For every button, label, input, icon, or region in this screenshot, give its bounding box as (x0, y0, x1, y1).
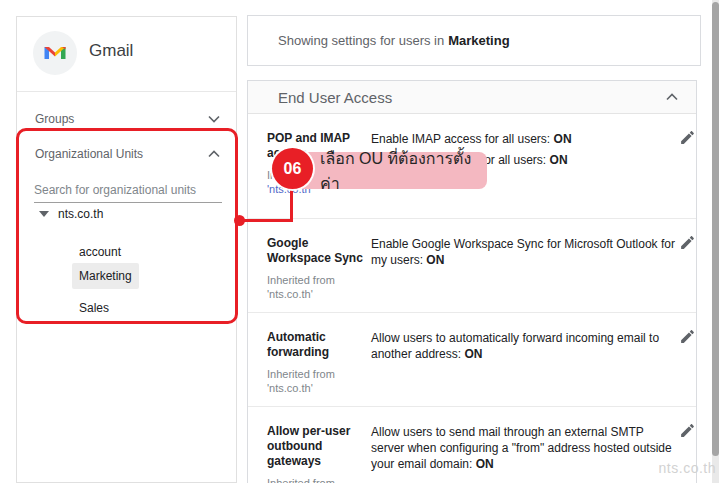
edit-button[interactable] (676, 234, 698, 256)
app-title: Gmail (89, 41, 133, 61)
pencil-icon (679, 129, 696, 146)
triangle-down-icon (39, 211, 49, 217)
inherited-from-note: Inherited from 'nts.co.th' (267, 367, 371, 395)
setting-row-automatic-forwarding: Automatic forwarding Inherited from 'nts… (248, 313, 696, 407)
setting-row-outbound-gateways: Allow per-user outbound gateways Inherit… (248, 407, 696, 483)
tree-node-sales[interactable]: Sales (72, 295, 116, 321)
inherited-prefix: Inherited from (267, 477, 335, 483)
inherited-prefix: Inherited from (267, 274, 335, 286)
vertical-scrollbar-track[interactable] (712, 0, 719, 483)
pencil-icon (679, 328, 696, 345)
chevron-up-icon (666, 93, 678, 101)
sidebar-item-groups[interactable]: Groups (17, 105, 236, 133)
inherited-from-note: Inherited from 'nts.co.th' (267, 273, 371, 301)
annotation-connector-line-vertical (290, 187, 293, 222)
callout-text: เลือก OU ที่ต้องการตั้งค่า (320, 146, 487, 196)
end-user-access-card: End User Access POP and IMAP access Inhe… (247, 80, 697, 483)
settings-scope-banner: Showing settings for users in Marketing (247, 15, 701, 66)
scope-org-name: Marketing (448, 33, 509, 48)
setting-row-workspace-sync: Google Workspace Sync Inherited from 'nt… (248, 219, 696, 313)
inherited-org: 'nts.co.th' (267, 287, 371, 301)
org-units-label: Organizational Units (35, 147, 208, 161)
setting-label: Automatic forwarding (267, 330, 367, 360)
settings-sidebar: Gmail Groups Organizational Units nts.co… (16, 16, 237, 483)
setting-value: ON (476, 457, 494, 471)
groups-label: Groups (35, 112, 208, 126)
setting-description: Allow users to send mail through an exte… (371, 424, 676, 483)
gmail-m-icon (42, 44, 68, 62)
org-unit-search-input[interactable] (34, 177, 222, 203)
chevron-up-icon (208, 150, 220, 158)
tree-node-marketing-selected[interactable]: Marketing (72, 263, 139, 289)
setting-value: ON (426, 253, 444, 267)
setting-label: Google Workspace Sync (267, 236, 367, 266)
edit-button[interactable] (676, 328, 698, 350)
section-header-end-user-access[interactable]: End User Access (248, 81, 696, 114)
setting-description: Enable Google Workspace Sync for Microso… (371, 236, 676, 312)
inherited-from-note: Inherited from 'nts.co.th' (267, 476, 371, 483)
section-title: End User Access (278, 89, 666, 106)
tree-node-account[interactable]: account (72, 239, 128, 265)
setting-label: Allow per-user outbound gateways (267, 424, 367, 469)
chevron-down-icon (208, 115, 220, 123)
inherited-org: 'nts.co.th' (267, 381, 371, 395)
tree-node-root[interactable]: nts.co.th (39, 207, 103, 221)
root-ou-label: nts.co.th (58, 207, 103, 221)
setting-description: Allow users to automatically forward inc… (371, 330, 676, 406)
pencil-icon (679, 422, 696, 439)
annotation-callout-bubble: เลือก OU ที่ต้องการตั้งค่า (283, 152, 487, 189)
sidebar-item-organizational-units[interactable]: Organizational Units (17, 140, 236, 168)
setting-value: ON (464, 347, 482, 361)
edit-button[interactable] (676, 422, 698, 444)
pencil-icon (679, 234, 696, 251)
setting-value: ON (554, 132, 572, 146)
gmail-settings-page: Gmail Groups Organizational Units nts.co… (0, 0, 720, 483)
sidebar-divider (17, 91, 236, 92)
annotation-connector-line-horizontal (240, 219, 293, 222)
gmail-logo (33, 31, 77, 75)
vertical-scrollbar-thumb[interactable] (712, 2, 719, 456)
watermark-text: nts.co.th (659, 460, 716, 476)
inherited-prefix: Inherited from (267, 368, 335, 380)
scope-text: Showing settings for users in (278, 33, 444, 48)
setting-value: ON (550, 153, 568, 167)
annotation-step-number: 06 (272, 148, 313, 189)
edit-button[interactable] (676, 129, 698, 151)
